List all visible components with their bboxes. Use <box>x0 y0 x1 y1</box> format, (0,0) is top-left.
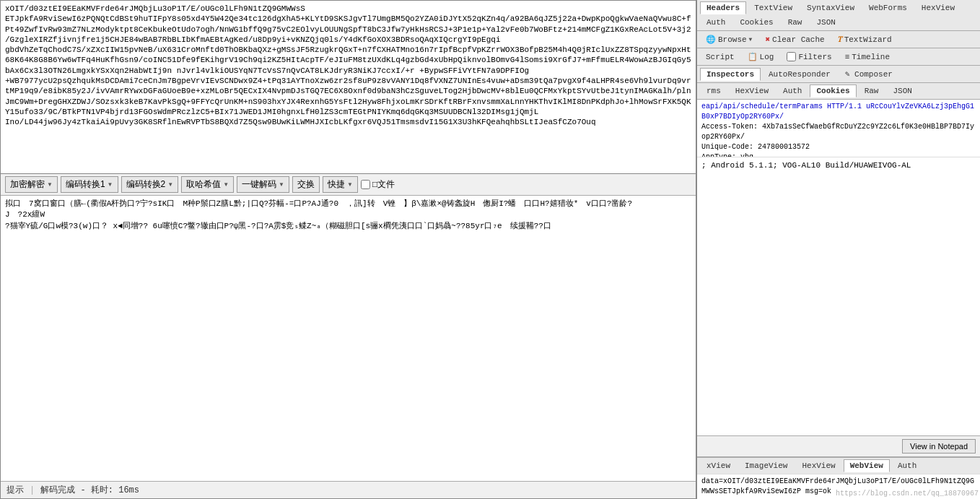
view-notepad-row: View in Notepad <box>697 435 980 457</box>
hash-arrow: ▼ <box>223 181 229 188</box>
log-btn[interactable]: 📋 Log <box>743 51 779 63</box>
tab-imageview[interactable]: ImageView <box>738 459 794 472</box>
text-wizard-btn[interactable]: 𝑇 TextWizard <box>834 34 896 45</box>
encoded-text-input[interactable]: xOIT/d03ztEI9EEaKMVFrde64rJMQbjLu3oP1T/E… <box>1 1 696 173</box>
log-label: Log <box>760 53 774 61</box>
tab-auth2[interactable]: Auth <box>776 84 808 97</box>
tab-auth3[interactable]: Auth <box>891 459 923 472</box>
encrypt-group: 加密解密 ▼ <box>5 176 58 193</box>
one-click-label: 一键解码 <box>242 178 276 191</box>
encode1-btn[interactable]: 编码转换1 ▼ <box>61 176 118 193</box>
one-click-arrow: ▼ <box>279 181 284 188</box>
filters-btn[interactable]: Filters <box>782 51 836 63</box>
view-notepad-btn[interactable]: View in Notepad <box>902 439 976 454</box>
swap-btn[interactable]: 交换 <box>292 176 320 193</box>
tab-json2[interactable]: JSON <box>886 84 918 97</box>
tab-headers[interactable]: Headers <box>700 1 746 14</box>
status-bar: 提示 | 解码完成 - 耗时: 16ms <box>1 481 696 498</box>
tab-inspectors[interactable]: Inspectors <box>700 68 761 81</box>
right-inner-content: ; Android 5.1.1; VOG-AL10 Build/HUAWEIVO… <box>697 157 980 435</box>
tabs-row3: rms HexView Auth Cookies Raw JSON <box>697 83 980 100</box>
timeline-btn[interactable]: ≡ Timeline <box>841 51 894 63</box>
one-click-btn[interactable]: 一键解码 ▼ <box>237 176 289 193</box>
encode1-arrow: ▼ <box>108 181 113 188</box>
tab-autoresponder[interactable]: AutoResponder <box>762 68 837 81</box>
tab-raw2[interactable]: Raw <box>858 84 885 97</box>
tab-syntaxview[interactable]: SyntaxView <box>800 1 861 14</box>
encrypt-arrow: ▼ <box>47 181 53 188</box>
browse-icon: 🌐 <box>706 35 716 44</box>
shortcut-btn[interactable]: 快捷 ▼ <box>323 176 358 193</box>
content-text: ; Android 5.1.1; VOG-AL10 Build/HUAWEIVO… <box>701 161 911 170</box>
textwizard-icon: 𝑇 <box>838 35 842 44</box>
timeline-icon: ≡ <box>845 53 850 61</box>
encrypt-decrypt-btn[interactable]: 加密解密 ▼ <box>5 176 58 193</box>
script-btn[interactable]: Script <box>701 51 739 63</box>
watermark: https://blog.csdn.net/qq_18870967 <box>836 490 979 498</box>
request-header-unique-code: Unique-Code: 247800013572 <box>701 142 976 152</box>
tab-hexview2[interactable]: HexView <box>729 84 775 97</box>
clear-cache-btn[interactable]: ✖ Clear Cache <box>761 33 828 45</box>
right-text-area: ; Android 5.1.1; VOG-AL10 Build/HUAWEIVO… <box>697 157 980 435</box>
tab-webview[interactable]: WebView <box>844 459 890 472</box>
script-label: Script <box>706 53 735 61</box>
request-header-access-token: Access-Token: 4Xb7a1sSeCfWaebGfRcDuYZ2c9… <box>701 122 976 142</box>
status-sep: | <box>30 485 35 495</box>
tab-xview[interactable]: xView <box>700 459 737 472</box>
tabs-row1: Headers TextView SyntaxView WebForms Hex… <box>697 0 980 31</box>
encode1-group: 编码转换1 ▼ <box>61 176 118 193</box>
tab-hexview[interactable]: HexView <box>915 1 961 14</box>
hash-btn[interactable]: 取哈希值 ▼ <box>181 176 234 193</box>
right-panel: Headers TextView SyntaxView WebForms Hex… <box>696 0 980 499</box>
filters-label: Filters <box>798 53 831 61</box>
tab-json[interactable]: JSON <box>810 16 841 29</box>
tab-rms[interactable]: rms <box>700 84 727 97</box>
hash-label: 取哈希值 <box>186 178 221 191</box>
log-icon: 📋 <box>748 52 758 61</box>
right-toolbar: 🌐 Browse ▼ ✖ Clear Cache 𝑇 TextWizard <box>697 31 980 48</box>
hash-group: 取哈希值 ▼ <box>181 176 234 193</box>
tab-auth[interactable]: Auth <box>700 16 732 29</box>
tab-textview[interactable]: TextView <box>748 1 799 14</box>
encrypt-decrypt-label: 加密解密 <box>10 178 45 191</box>
swap-label: 交换 <box>297 178 315 191</box>
clear-cache-label: Clear Cache <box>772 35 825 44</box>
split-area: xOIT/d03ztEI9EEaKMVFrde64rJMQbjLu3oP1T/E… <box>1 1 696 481</box>
encode2-group: 编码转换2 ▼ <box>121 176 179 193</box>
browse-btn[interactable]: 🌐 Browse ▼ <box>701 33 756 45</box>
file-checkbox-label[interactable]: □文件 <box>361 178 395 191</box>
shortcut-label: 快捷 <box>328 178 345 191</box>
timeline-label: Timeline <box>852 53 890 61</box>
tab-hexview3[interactable]: HexView <box>795 459 841 472</box>
tabs-row2: Inspectors AutoResponder ✎ Composer <box>697 66 980 83</box>
request-url-box: eapi/api/schedule/termParams HTTP/1.1 uR… <box>697 100 980 157</box>
bottom-tabs-row: xView ImageView HexView WebView Auth <box>697 457 980 474</box>
request-url-line: eapi/api/schedule/termParams HTTP/1.1 uR… <box>701 102 976 122</box>
tab-cookies[interactable]: Cookies <box>733 16 779 29</box>
cache-icon: ✖ <box>765 35 770 44</box>
status-message: 解码完成 - 耗时: 16ms <box>40 484 139 496</box>
status-hint: 提示 <box>6 484 24 496</box>
file-label: □文件 <box>372 178 395 191</box>
tab-raw[interactable]: Raw <box>782 16 809 29</box>
encode2-arrow: ▼ <box>167 181 173 188</box>
filters-checkbox[interactable] <box>787 52 796 61</box>
encode1-label: 编码转换1 <box>66 178 105 191</box>
file-checkbox[interactable] <box>361 180 370 189</box>
composer-icon: ✎ <box>845 70 850 79</box>
browse-arrow: ▼ <box>749 36 753 43</box>
tab-webforms[interactable]: WebForms <box>862 1 914 14</box>
decoded-text-output[interactable]: 拟口 7窝口窗口（膳←(衢假A杆㧑口?宁?sIK口 M种P鬃口Z膳L黔;|口Q?… <box>1 196 696 481</box>
right-toolbar2: Script 📋 Log Filters ≡ Timeline <box>697 48 980 66</box>
request-header-apptype: AppType: ybg <box>701 152 976 157</box>
inspectors-label: Inspectors <box>706 70 754 79</box>
encode2-label: 编码转换2 <box>126 178 166 191</box>
top-text-section: xOIT/d03ztEI9EEaKMVFrde64rJMQbjLu3oP1T/E… <box>1 1 696 174</box>
left-main: xOIT/d03ztEI9EEaKMVFrde64rJMQbjLu3oP1T/E… <box>1 1 696 498</box>
tab-cookies2[interactable]: Cookies <box>810 84 856 97</box>
decoded-section: 拟口 7窝口窗口（膳←(衢假A杆㧑口?宁?sIK口 M种P鬃口Z膳L黔;|口Q?… <box>1 196 696 481</box>
encode2-btn[interactable]: 编码转换2 ▼ <box>121 176 179 193</box>
shortcut-group: 快捷 ▼ <box>323 176 358 193</box>
encode-toolbar: 加密解密 ▼ 编码转换1 ▼ 编码转换2 ▼ <box>1 174 696 196</box>
tab-composer[interactable]: ✎ Composer <box>839 67 899 81</box>
